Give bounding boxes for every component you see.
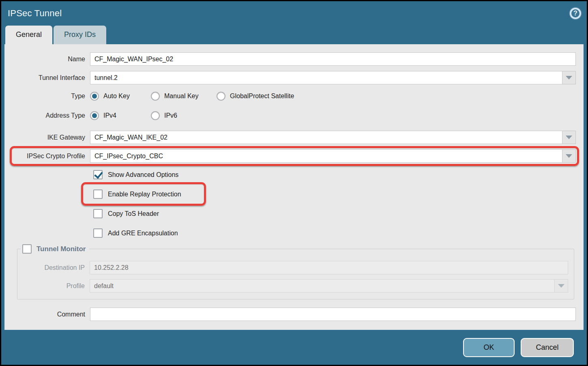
tunnel-monitor-legend: Tunnel Monitor	[21, 244, 89, 254]
type-row: Type Auto Key Manual Key GlobalProtect S…	[5, 92, 583, 101]
type-label: Type	[5, 93, 90, 100]
tab-general[interactable]: General	[5, 26, 52, 44]
radio-icon[interactable]	[90, 111, 99, 120]
show-advanced-options-checkbox[interactable]	[93, 170, 103, 179]
copy-tos-header-row[interactable]: Copy ToS Header	[93, 209, 159, 218]
tunnel-monitor-fieldset: Tunnel Monitor Destination IP Profile	[17, 244, 574, 299]
enable-replay-protection-checkbox[interactable]	[93, 189, 103, 199]
ike-gateway-label: IKE Gateway	[5, 134, 90, 141]
tunnel-interface-dropdown-button[interactable]	[562, 71, 576, 84]
destination-ip-label: Destination IP	[17, 264, 90, 271]
tunnel-interface-label: Tunnel Interface	[5, 74, 90, 82]
add-gre-encapsulation-row[interactable]: Add GRE Encapsulation	[93, 228, 178, 238]
type-radio-group: Auto Key Manual Key GlobalProtect Satell…	[90, 92, 294, 101]
type-option-globalprotect-satellite[interactable]: GlobalProtect Satellite	[217, 92, 294, 101]
chevron-down-icon	[558, 284, 564, 288]
enable-replay-protection-row[interactable]: Enable Replay Protection	[93, 189, 181, 199]
tunnel-interface-row: Tunnel Interface	[5, 71, 583, 84]
comment-row: Comment	[5, 308, 583, 321]
tab-proxy-ids[interactable]: Proxy IDs	[54, 26, 106, 44]
chevron-down-icon	[566, 136, 572, 139]
monitor-profile-dropdown-button	[555, 279, 568, 293]
ipsec-crypto-profile-label: IPSec Crypto Profile	[5, 153, 90, 160]
ipsec-crypto-profile-dropdown-button[interactable]	[562, 149, 576, 163]
ok-button[interactable]: OK	[463, 338, 515, 357]
radio-icon[interactable]	[151, 111, 160, 120]
monitor-profile-label: Profile	[17, 282, 90, 290]
ike-gateway-row: IKE Gateway	[5, 131, 583, 144]
show-advanced-options-row[interactable]: Show Advanced Options	[93, 170, 178, 179]
destination-ip-input	[90, 261, 568, 274]
ike-gateway-dropdown-button[interactable]	[562, 131, 576, 144]
address-type-radio-group: IPv4 IPv6	[90, 111, 212, 120]
cancel-button[interactable]: Cancel	[521, 338, 574, 357]
ipsec-crypto-profile-input[interactable]	[90, 149, 562, 163]
radio-icon[interactable]	[217, 92, 225, 101]
general-tab-panel: Name Tunnel Interface Type Auto Key	[4, 44, 584, 330]
chevron-down-icon	[566, 154, 572, 158]
copy-tos-header-checkbox[interactable]	[93, 209, 103, 218]
comment-label: Comment	[5, 311, 90, 318]
dialog-title: IPSec Tunnel	[8, 8, 62, 19]
address-type-label: Address Type	[5, 112, 90, 119]
ipsec-tunnel-dialog: IPSec Tunnel ? General Proxy IDs Name Tu…	[0, 0, 588, 366]
monitor-profile-row: Profile	[17, 279, 574, 293]
comment-input[interactable]	[90, 308, 576, 321]
tab-bar: General Proxy IDs	[1, 26, 587, 44]
add-gre-encapsulation-checkbox[interactable]	[93, 228, 103, 238]
radio-icon[interactable]	[151, 92, 160, 101]
name-row: Name	[5, 52, 583, 66]
monitor-profile-input	[90, 279, 555, 293]
tunnel-monitor-checkbox[interactable]	[22, 244, 32, 254]
advanced-options-section: Show Advanced Options Enable Replay Prot…	[93, 170, 583, 238]
address-type-option-ipv4[interactable]: IPv4	[90, 111, 151, 120]
radio-icon[interactable]	[90, 92, 99, 101]
address-type-row: Address Type IPv4 IPv6	[5, 111, 583, 120]
ike-gateway-input[interactable]	[90, 131, 562, 144]
type-option-manual-key[interactable]: Manual Key	[151, 92, 217, 101]
destination-ip-row: Destination IP	[17, 261, 574, 274]
tunnel-monitor-label: Tunnel Monitor	[36, 245, 86, 253]
help-icon[interactable]: ?	[570, 8, 581, 19]
name-label: Name	[5, 56, 90, 63]
dialog-footer: OK Cancel	[1, 330, 587, 365]
dialog-titlebar: IPSec Tunnel ?	[1, 1, 587, 26]
chevron-down-icon	[566, 76, 572, 80]
name-input[interactable]	[90, 52, 576, 66]
ipsec-crypto-profile-row: IPSec Crypto Profile	[5, 149, 583, 163]
type-option-auto-key[interactable]: Auto Key	[90, 92, 151, 101]
tunnel-interface-input[interactable]	[90, 71, 562, 84]
address-type-option-ipv6[interactable]: IPv6	[151, 111, 212, 120]
